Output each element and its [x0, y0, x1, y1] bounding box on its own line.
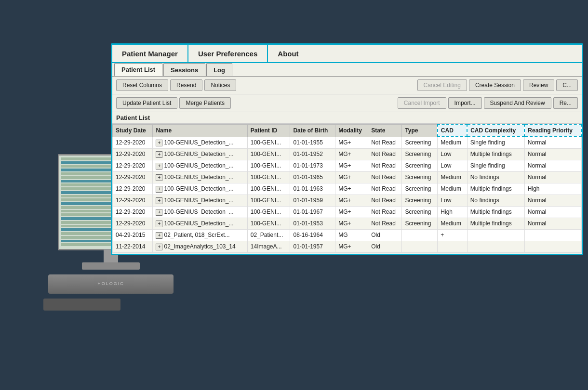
table-row[interactable]: 12-29-2020+100-GENIUS_Detection_...100-G… — [113, 148, 582, 160]
cell-name: +100-GENIUS_Detection_... — [153, 171, 247, 183]
cell-state: Not Read — [368, 206, 402, 218]
patient-table-container[interactable]: Study Date Name Patient ID Date of Birth… — [112, 124, 582, 253]
expand-button[interactable]: + — [156, 151, 162, 158]
table-row[interactable]: 12-29-2020+100-GENIUS_Detection_...100-G… — [113, 195, 582, 206]
table-row[interactable]: 04-29-2015+02_Patient, 018_ScrExt...02_P… — [113, 229, 582, 241]
cancel-import-button[interactable]: Cancel Import — [398, 97, 446, 109]
table-row[interactable]: 12-29-2020+100-GENIUS_Detection_...100-G… — [113, 137, 582, 148]
tab-sessions[interactable]: Sessions — [163, 63, 205, 76]
cell-dob: 08-16-1964 — [290, 229, 335, 241]
remote-device — [43, 299, 120, 311]
menu-item-user-preferences[interactable]: User Preferences — [188, 45, 268, 62]
tab-bar: Patient List Sessions Log — [112, 63, 582, 77]
cell-cad: Medium — [438, 218, 467, 229]
patient-list-section-header: Patient List — [112, 112, 582, 124]
col-name[interactable]: Name — [153, 124, 247, 137]
menu-item-about[interactable]: About — [268, 45, 308, 62]
notices-button[interactable]: Notices — [204, 79, 236, 91]
menu-item-patient-manager[interactable]: Patient Manager — [112, 45, 188, 62]
cell-type: Screening — [402, 148, 438, 160]
cell-modality: MG+ — [335, 137, 368, 148]
expand-button[interactable]: + — [156, 209, 162, 216]
table-row[interactable]: 12-29-2020+100-GENIUS_Detection_...100-G… — [113, 183, 582, 195]
col-cad[interactable]: CAD — [438, 124, 467, 137]
table-row[interactable]: 12-29-2020+100-GENIUS_Detection_...100-G… — [113, 206, 582, 218]
col-dob[interactable]: Date of Birth — [290, 124, 335, 137]
cell-reading-priority: Normal — [524, 206, 581, 218]
expand-button[interactable]: + — [156, 197, 162, 204]
table-row[interactable]: 12-29-2020+100-GENIUS_Detection_...100-G… — [113, 160, 582, 171]
cell-modality: MG+ — [335, 241, 368, 252]
cell-patient-id: 100-GENI... — [247, 137, 290, 148]
cell-name: +02_ImageAnalytics_103_14 — [153, 241, 247, 252]
cell-study-date: 12-29-2020 — [113, 148, 153, 160]
import-button[interactable]: Import... — [448, 97, 482, 109]
expand-button[interactable]: + — [156, 140, 162, 146]
cell-patient-id: 100-GENI... — [247, 183, 290, 195]
cancel-editing-button[interactable]: Cancel Editing — [417, 79, 467, 91]
cell-reading-priority — [524, 241, 581, 252]
expand-button[interactable]: + — [156, 174, 162, 181]
cell-state: Not Read — [368, 160, 402, 171]
cell-cad-complexity: Single finding — [467, 160, 524, 171]
c-button[interactable]: C... — [556, 79, 578, 91]
expand-button[interactable]: + — [156, 221, 162, 227]
col-patient-id[interactable]: Patient ID — [247, 124, 290, 137]
re-button[interactable]: Re... — [553, 97, 578, 109]
suspend-review-button[interactable]: Suspend And Review — [484, 97, 551, 109]
expand-button[interactable]: + — [156, 163, 162, 169]
cell-dob: 01-01-1955 — [290, 137, 335, 148]
cell-reading-priority: Normal — [524, 148, 581, 160]
col-type[interactable]: Type — [402, 124, 438, 137]
cell-dob: 01-01-1973 — [290, 160, 335, 171]
cell-study-date: 04-29-2015 — [113, 229, 153, 241]
toolbar-group-right1: Cancel Editing Create Session Review C..… — [417, 79, 578, 91]
cell-cad: High — [438, 206, 467, 218]
cell-state: Not Read — [368, 171, 402, 183]
cell-study-date: 12-29-2020 — [113, 171, 153, 183]
col-reading-priority[interactable]: Reading Priority — [524, 124, 581, 137]
cell-name: +100-GENIUS_Detection_... — [153, 218, 247, 229]
toolbar-row1: Reset Columns Resend Notices Cancel Edit… — [112, 77, 582, 94]
expand-button[interactable]: + — [156, 244, 162, 250]
cell-reading-priority: Normal — [524, 160, 581, 171]
cell-type: Screening — [402, 137, 438, 148]
cell-dob: 01-01-1953 — [290, 218, 335, 229]
update-patient-list-button[interactable]: Update Patient List — [116, 97, 177, 109]
table-row[interactable]: 12-29-2020+100-GENIUS_Detection_...100-G… — [113, 218, 582, 229]
tab-log[interactable]: Log — [206, 63, 232, 76]
cell-modality: MG — [335, 229, 368, 241]
monitor-stand-base — [82, 262, 140, 270]
app-window: Patient Manager User Preferences About P… — [111, 43, 583, 255]
cell-dob: 01-01-1959 — [290, 195, 335, 206]
device-brand-label: HOLOGIC — [48, 274, 174, 286]
toolbar-group-right2: Cancel Import Import... Suspend And Revi… — [398, 97, 578, 109]
expand-button[interactable]: + — [156, 232, 162, 239]
cell-patient-id: 100-GENI... — [247, 171, 290, 183]
cell-cad-complexity: Single finding — [467, 137, 524, 148]
col-modality[interactable]: Modality — [335, 124, 368, 137]
col-cad-complexity[interactable]: CAD Complexity — [467, 124, 524, 137]
resend-button[interactable]: Resend — [170, 79, 202, 91]
col-state[interactable]: State — [368, 124, 402, 137]
table-row[interactable]: 12-29-2020+100-GENIUS_Detection_...100-G… — [113, 171, 582, 183]
expand-button[interactable]: + — [156, 186, 162, 193]
cell-cad-complexity: Multiple findings — [467, 206, 524, 218]
cell-cad: Low — [438, 195, 467, 206]
reset-columns-button[interactable]: Reset Columns — [116, 79, 168, 91]
cell-cad: Medium — [438, 137, 467, 148]
cell-state: Not Read — [368, 183, 402, 195]
patient-table: Study Date Name Patient ID Date of Birth… — [112, 124, 582, 253]
merge-patients-button[interactable]: Merge Patients — [179, 97, 231, 109]
cell-patient-id: 100-GENI... — [247, 218, 290, 229]
cell-state: Not Read — [368, 137, 402, 148]
tab-patient-list[interactable]: Patient List — [114, 63, 162, 76]
cell-modality: MG+ — [335, 171, 368, 183]
cell-modality: MG+ — [335, 195, 368, 206]
table-row[interactable]: 11-22-2014+02_ImageAnalytics_103_1414Ima… — [113, 241, 582, 252]
cell-modality: MG+ — [335, 160, 368, 171]
col-study-date[interactable]: Study Date — [113, 124, 153, 137]
cell-reading-priority: Normal — [524, 195, 581, 206]
create-session-button[interactable]: Create Session — [469, 79, 521, 91]
review-button[interactable]: Review — [523, 79, 554, 91]
